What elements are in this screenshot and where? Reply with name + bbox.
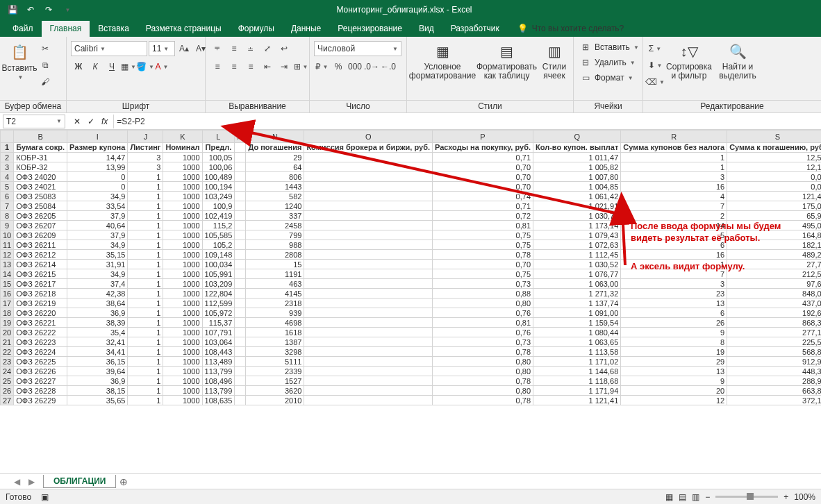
cell[interactable]: ОФЗ 26229 xyxy=(14,396,67,405)
cell[interactable]: 1000 xyxy=(163,260,202,269)
cell[interactable]: 806 xyxy=(246,172,304,182)
cell[interactable]: 1 159,54 xyxy=(533,318,621,328)
cell[interactable]: 0,80 xyxy=(432,386,533,396)
merge-icon[interactable]: ⊞▼ xyxy=(293,59,308,74)
cell[interactable]: 3298 xyxy=(246,347,304,357)
cell[interactable]: 3 xyxy=(128,153,163,162)
cell[interactable]: 0,75 xyxy=(432,230,533,240)
cell[interactable]: 1000 xyxy=(163,211,202,221)
cell[interactable]: 1000 xyxy=(163,221,202,230)
cell[interactable]: 1000 xyxy=(163,347,202,357)
cell[interactable] xyxy=(235,386,246,396)
cell[interactable]: 112,599 xyxy=(202,299,235,308)
cell[interactable]: 31,91 xyxy=(67,260,127,269)
cell[interactable]: 337 xyxy=(246,211,304,221)
cell[interactable] xyxy=(304,250,433,260)
cell[interactable]: 34,9 xyxy=(67,240,127,250)
cell[interactable]: 1000 xyxy=(163,289,202,299)
cell[interactable]: 39,64 xyxy=(67,367,127,376)
cell[interactable]: ОФЗ 26224 xyxy=(14,347,67,357)
cell[interactable] xyxy=(304,221,433,230)
cell[interactable]: ОФЗ 26212 xyxy=(14,250,67,260)
row-header[interactable]: 23 xyxy=(1,357,14,367)
cell[interactable] xyxy=(304,347,433,357)
cell[interactable]: 1 137,74 xyxy=(533,299,621,308)
cell[interactable]: 34,9 xyxy=(67,269,127,279)
cell[interactable] xyxy=(235,269,246,279)
cancel-formula-icon[interactable]: ✕ xyxy=(74,117,81,126)
cell[interactable]: 0,71 xyxy=(432,153,533,162)
cell[interactable]: 36,9 xyxy=(67,376,127,386)
row-header[interactable]: 20 xyxy=(1,328,14,337)
cell[interactable]: 1000 xyxy=(163,201,202,211)
cell[interactable]: 100,05 xyxy=(202,153,235,162)
cell[interactable]: 37,9 xyxy=(67,230,127,240)
cell[interactable]: 4 xyxy=(621,192,727,201)
cell[interactable]: 1 121,41 xyxy=(533,396,621,405)
qat-more-icon[interactable]: ▼ xyxy=(58,2,75,17)
cell[interactable]: 1 xyxy=(128,192,163,201)
row-header[interactable]: 24 xyxy=(1,367,14,376)
cell[interactable]: 100,9 xyxy=(202,201,235,211)
zoom-in-icon[interactable]: + xyxy=(783,492,788,502)
cell[interactable]: 1 076,77 xyxy=(533,269,621,279)
cell[interactable]: 38,15 xyxy=(67,386,127,396)
cell[interactable]: ОФЗ 25083 xyxy=(14,192,67,201)
row-header[interactable]: 11 xyxy=(1,240,14,250)
cell[interactable]: 0,78 xyxy=(432,376,533,386)
cell[interactable]: 13 xyxy=(621,299,727,308)
cell[interactable]: 37,4 xyxy=(67,279,127,289)
cell[interactable]: 1 063,65 xyxy=(533,337,621,347)
row-header[interactable]: 6 xyxy=(1,192,14,201)
delete-cells-button[interactable]: Удалить xyxy=(595,58,627,67)
cell[interactable]: 1000 xyxy=(163,376,202,386)
cell[interactable] xyxy=(235,318,246,328)
cell[interactable]: 0,80 xyxy=(432,299,533,308)
col-header[interactable]: K xyxy=(163,131,202,143)
cell[interactable]: 35,15 xyxy=(67,250,127,260)
cell[interactable]: 26 xyxy=(621,318,727,328)
cell[interactable]: 1 xyxy=(621,162,727,172)
col-header[interactable]: P xyxy=(432,131,533,143)
cell[interactable]: 1 271,32 xyxy=(533,289,621,299)
tab-review[interactable]: Рецензирование xyxy=(329,21,410,37)
cell[interactable]: 36,15 xyxy=(67,357,127,367)
cell[interactable]: 448,33 xyxy=(727,367,821,376)
cut-icon[interactable]: ✂ xyxy=(38,41,53,56)
border-icon[interactable]: ▦▼ xyxy=(121,59,136,74)
row-header[interactable]: 5 xyxy=(1,182,14,192)
header-cell[interactable] xyxy=(235,143,246,153)
cell[interactable]: 225,58 xyxy=(727,337,821,347)
cell[interactable]: 1000 xyxy=(163,318,202,328)
cell[interactable]: 0,70 xyxy=(432,172,533,182)
cell[interactable]: 1527 xyxy=(246,376,304,386)
cell[interactable]: 115,37 xyxy=(202,318,235,328)
cell[interactable] xyxy=(235,347,246,357)
fill-icon[interactable]: ⬇▼ xyxy=(647,58,663,73)
row-header[interactable]: 26 xyxy=(1,386,14,396)
cell[interactable]: 1 118,68 xyxy=(533,376,621,386)
cell[interactable]: 1000 xyxy=(163,308,202,318)
cell[interactable]: 19 xyxy=(621,347,727,357)
row-header[interactable]: 16 xyxy=(1,289,14,299)
cell[interactable]: 3620 xyxy=(246,386,304,396)
cell[interactable]: ОФЗ 26226 xyxy=(14,367,67,376)
cell[interactable]: 0,81 xyxy=(432,221,533,230)
cell[interactable] xyxy=(304,308,433,318)
sort-filter-button[interactable]: ↕▽Сортировка и фильтр xyxy=(665,38,713,84)
redo-icon[interactable]: ↷ xyxy=(40,2,57,17)
cell[interactable]: 1 004,85 xyxy=(533,182,621,192)
col-header[interactable]: M xyxy=(235,131,246,143)
cell[interactable] xyxy=(235,230,246,240)
cell[interactable]: 1 xyxy=(128,299,163,308)
cell-styles-button[interactable]: ▥Стили ячеек xyxy=(540,38,569,84)
cell[interactable]: ОФЗ 26227 xyxy=(14,376,67,386)
cell[interactable]: 42,38 xyxy=(67,289,127,299)
cell[interactable]: 38,64 xyxy=(67,299,127,308)
cell[interactable]: 1 xyxy=(128,269,163,279)
delete-cells-icon[interactable]: ⊟ xyxy=(578,55,593,70)
row-header[interactable]: 8 xyxy=(1,211,14,221)
cell[interactable]: 0,78 xyxy=(432,347,533,357)
header-cell[interactable]: Предл. xyxy=(202,143,235,153)
font-size-combo[interactable]: 11▼ xyxy=(149,41,175,56)
